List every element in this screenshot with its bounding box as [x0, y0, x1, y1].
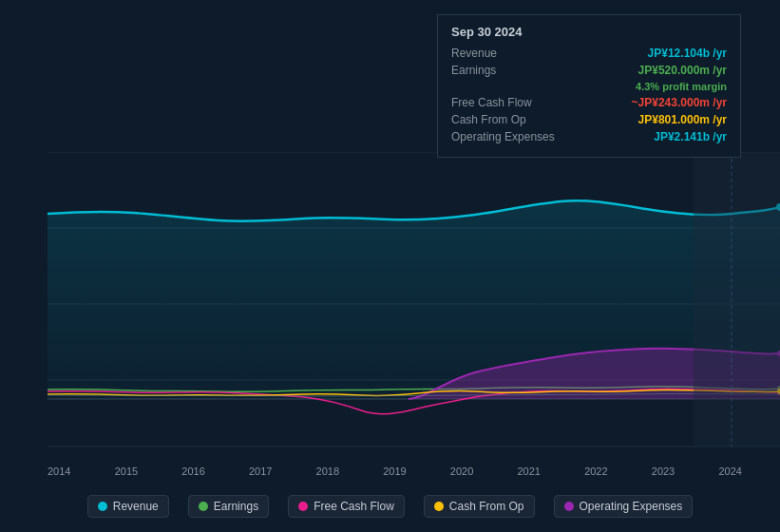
tooltip-fcf-value: ~JP¥243.000m /yr — [632, 96, 727, 109]
x-tick-2023: 2023 — [652, 466, 675, 477]
x-tick-2021: 2021 — [517, 466, 540, 477]
tooltip-revenue-value: JP¥12.104b /yr — [648, 47, 727, 60]
legend-label-cashfromop: Cash From Op — [449, 500, 524, 513]
legend-item-fcf[interactable]: Free Cash Flow — [288, 495, 405, 518]
tooltip-fcf: Free Cash Flow ~JP¥243.000m /yr — [451, 96, 727, 109]
tooltip-date: Sep 30 2024 — [451, 25, 727, 39]
tooltip-earnings: Earnings JP¥520.000m /yr — [451, 64, 727, 77]
chart-svg — [0, 152, 780, 456]
x-tick-2020: 2020 — [450, 466, 473, 477]
legend-item-revenue[interactable]: Revenue — [87, 495, 169, 518]
tooltip-cashfromop-value: JP¥801.000m /yr — [638, 113, 727, 126]
x-tick-2015: 2015 — [115, 466, 138, 477]
legend-label-earnings: Earnings — [214, 500, 258, 513]
x-axis: 2014 2015 2016 2017 2018 2019 2020 2021 … — [0, 466, 780, 477]
legend-item-opex[interactable]: Operating Expenses — [554, 495, 694, 518]
legend-dot-opex — [564, 502, 574, 511]
tooltip-cashfromop: Cash From Op JP¥801.000m /yr — [451, 113, 727, 126]
legend-label-fcf: Free Cash Flow — [314, 500, 394, 513]
tooltip-cashfromop-label: Cash From Op — [451, 113, 575, 126]
legend-label-opex: Operating Expenses — [580, 500, 683, 513]
legend-dot-revenue — [98, 502, 107, 511]
tooltip-opex: Operating Expenses JP¥2.141b /yr — [451, 130, 727, 143]
tooltip-earnings-label: Earnings — [451, 64, 575, 77]
x-tick-2024: 2024 — [718, 466, 741, 477]
tooltip-opex-value: JP¥2.141b /yr — [654, 130, 727, 143]
legend-item-earnings[interactable]: Earnings — [188, 495, 269, 518]
svg-rect-13 — [694, 152, 780, 446]
chart-container: Sep 30 2024 Revenue JP¥12.104b /yr Earni… — [0, 0, 780, 532]
legend-dot-earnings — [199, 502, 208, 511]
x-tick-2017: 2017 — [249, 466, 272, 477]
x-tick-2016: 2016 — [181, 466, 204, 477]
tooltip-fcf-label: Free Cash Flow — [451, 96, 575, 109]
x-tick-2014: 2014 — [48, 466, 70, 477]
tooltip-earnings-value: JP¥520.000m /yr — [638, 64, 727, 77]
tooltip-margin: 4.3% profit margin — [451, 81, 727, 92]
tooltip-margin-value: 4.3% profit margin — [636, 81, 727, 92]
x-tick-2022: 2022 — [584, 466, 607, 477]
x-tick-2018: 2018 — [316, 466, 339, 477]
tooltip-revenue-label: Revenue — [451, 47, 575, 60]
tooltip-box: Sep 30 2024 Revenue JP¥12.104b /yr Earni… — [437, 14, 741, 158]
legend-dot-fcf — [298, 502, 308, 511]
tooltip-opex-label: Operating Expenses — [451, 130, 575, 143]
legend-item-cashfromop[interactable]: Cash From Op — [424, 495, 535, 518]
chart-legend: Revenue Earnings Free Cash Flow Cash Fro… — [0, 495, 780, 518]
tooltip-revenue: Revenue JP¥12.104b /yr — [451, 47, 727, 60]
x-tick-2019: 2019 — [383, 466, 406, 477]
legend-dot-cashfromop — [434, 502, 444, 511]
legend-label-revenue: Revenue — [113, 500, 159, 513]
